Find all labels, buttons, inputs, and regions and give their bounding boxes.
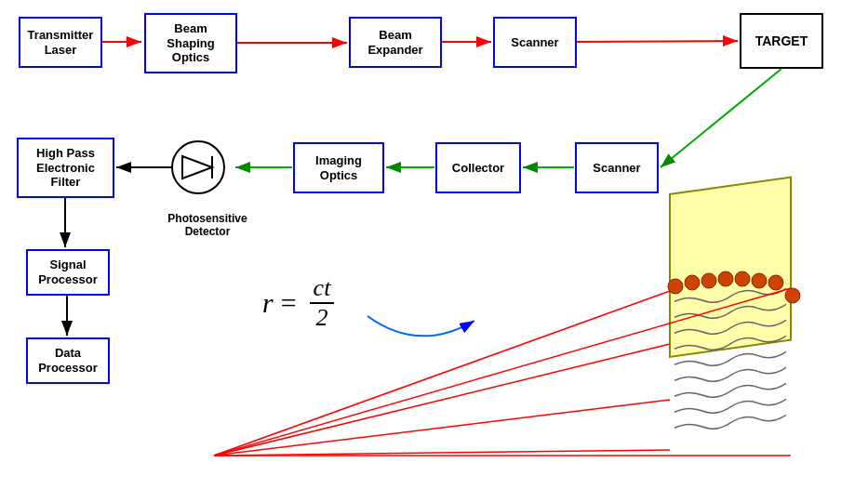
- signal-processor-block: Signal Processor: [26, 249, 110, 296]
- diagram-area: Transmitter Laser Beam Shaping Optics Be…: [0, 0, 868, 489]
- svg-line-8: [661, 69, 781, 167]
- svg-line-7: [577, 41, 738, 42]
- formula-display: r = ct 2: [262, 274, 334, 332]
- high-pass-filter-block: High Pass Electronic Filter: [17, 138, 114, 198]
- svg-point-22: [718, 271, 733, 286]
- svg-point-23: [735, 271, 750, 286]
- scanner-bottom-block: Scanner: [575, 142, 659, 193]
- svg-point-20: [685, 275, 700, 290]
- svg-point-26: [785, 288, 800, 303]
- svg-marker-13: [182, 156, 212, 178]
- svg-line-29: [214, 400, 670, 456]
- collector-block: Collector: [435, 142, 521, 193]
- svg-point-12: [172, 141, 224, 193]
- data-processor-block: Data Processor: [26, 337, 110, 384]
- beam-expander-block: Beam Expander: [349, 17, 442, 68]
- photosensitive-detector-label: PhotosensitiveDetector: [156, 212, 259, 238]
- beam-shaping-block: Beam Shaping Optics: [144, 13, 237, 73]
- diagram-svg: [0, 0, 868, 489]
- imaging-optics-block: Imaging Optics: [293, 142, 384, 193]
- svg-point-24: [752, 273, 767, 288]
- svg-point-21: [701, 273, 716, 288]
- scanner-top-block: Scanner: [493, 17, 577, 68]
- svg-line-30: [214, 450, 670, 456]
- transmitter-laser-block: Transmitter Laser: [19, 17, 102, 68]
- svg-line-28: [214, 344, 670, 456]
- svg-point-19: [668, 279, 683, 294]
- svg-point-25: [768, 275, 783, 290]
- svg-rect-18: [670, 178, 791, 357]
- target-block: TARGET: [740, 13, 823, 69]
